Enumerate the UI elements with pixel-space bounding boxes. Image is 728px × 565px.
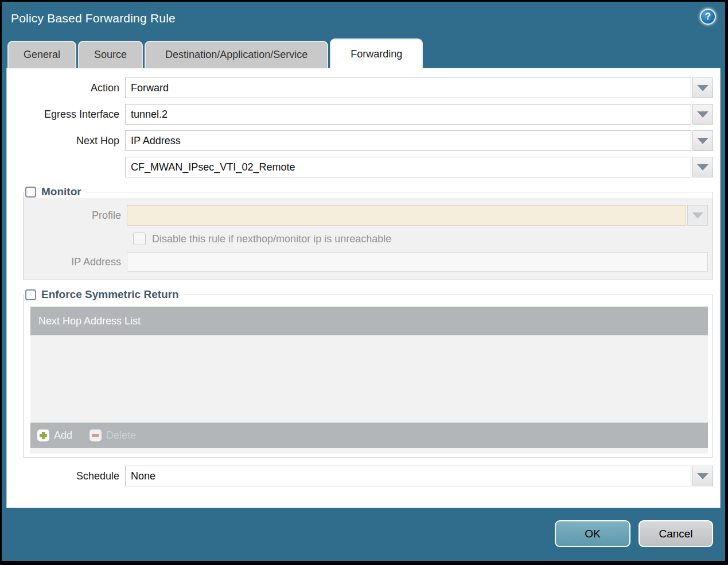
monitor-ip-input [127,252,708,272]
enforce-symmetric-return-title: Enforce Symmetric Return [41,288,179,301]
action-dropdown-button[interactable] [692,78,713,98]
monitor-checkbox[interactable] [25,187,36,198]
next-hop-label: Next Hop [7,135,119,147]
dialog-title: Policy Based Forwarding Rule [11,11,176,25]
pbf-rule-dialog: Policy Based Forwarding Rule ? General S… [2,2,725,561]
egress-interface-dropdown-button[interactable] [692,104,713,125]
title-bar: Policy Based Forwarding Rule ? [2,2,725,37]
chevron-down-icon [692,212,703,219]
action-select[interactable]: Forward [125,78,691,98]
help-icon[interactable]: ? [700,9,716,25]
next-hop-address-row: CF_MWAN_IPsec_VTI_02_Remote [7,157,713,177]
tab-general[interactable]: General [7,41,76,68]
egress-interface-row: Egress Interface tunnel.2 [7,104,713,125]
action-label: Action [7,82,119,94]
table-bottom-strip [30,448,708,454]
next-hop-type-select[interactable]: IP Address [125,130,691,151]
plus-icon [37,429,49,442]
schedule-select[interactable]: None [125,466,691,486]
enforce-symmetric-return-checkbox[interactable] [25,289,36,300]
profile-dropdown-button [687,205,708,226]
disable-rule-row: Disable this rule if nexthop/monitor ip … [133,233,708,245]
next-hop-address-select[interactable]: CF_MWAN_IPsec_VTI_02_Remote [125,157,691,177]
monitor-ip-label: IP Address [24,256,121,268]
profile-select [127,205,686,226]
tab-bar: General Source Destination/Application/S… [2,37,725,68]
screen-frame: Policy Based Forwarding Rule ? General S… [0,0,728,565]
table-footer-toolbar: Add Delete [30,423,708,448]
action-row: Action Forward [7,78,713,98]
add-button[interactable]: Add [37,429,72,442]
chevron-down-icon [697,473,708,479]
next-hop-dropdown-button[interactable] [692,130,713,151]
chevron-down-icon [697,138,708,144]
chevron-down-icon [697,111,708,118]
profile-label: Profile [24,210,121,222]
next-hop-address-list-body[interactable] [30,335,708,423]
monitor-section-title: Monitor [41,185,81,198]
next-hop-address-list-table: Next Hop Address List Add Delete [30,307,708,454]
disable-rule-label: Disable this rule if nexthop/monitor ip … [152,233,391,245]
next-hop-address-list-header: Next Hop Address List [30,307,708,335]
monitor-legend: Monitor [24,185,86,198]
minus-icon [89,429,102,442]
ok-button[interactable]: OK [555,520,630,547]
profile-row: Profile [24,205,708,226]
egress-interface-label: Egress Interface [7,109,119,121]
monitor-ip-row: IP Address [24,252,708,272]
chevron-down-icon [697,164,708,171]
next-hop-row: Next Hop IP Address [7,130,713,151]
schedule-dropdown-button[interactable] [692,466,713,486]
tab-source[interactable]: Source [78,41,143,68]
monitor-fields: Profile Disable this rule if nexthop/mon… [24,198,713,280]
disable-rule-checkbox [133,233,146,245]
next-hop-address-dropdown-button[interactable] [692,157,713,177]
delete-button-label: Delete [106,429,136,442]
forwarding-tab-panel: Action Forward Egress Interface tunnel.2… [6,68,721,508]
enforce-symmetric-return-legend: Enforce Symmetric Return [24,288,184,301]
egress-interface-select[interactable]: tunnel.2 [125,104,691,125]
monitor-section: Monitor Profile Disable this rule if nex… [23,185,713,280]
chevron-down-icon [697,85,708,91]
delete-button: Delete [89,429,136,442]
add-button-label: Add [54,429,72,442]
dialog-action-bar: OK Cancel [2,506,725,561]
enforce-symmetric-return-section: Enforce Symmetric Return Next Hop Addres… [23,288,713,458]
schedule-label: Schedule [7,470,119,482]
tab-forwarding[interactable]: Forwarding [330,38,423,68]
schedule-row: Schedule None [7,466,713,486]
cancel-button[interactable]: Cancel [639,520,713,547]
tab-destination-application-service[interactable]: Destination/Application/Service [145,41,328,68]
